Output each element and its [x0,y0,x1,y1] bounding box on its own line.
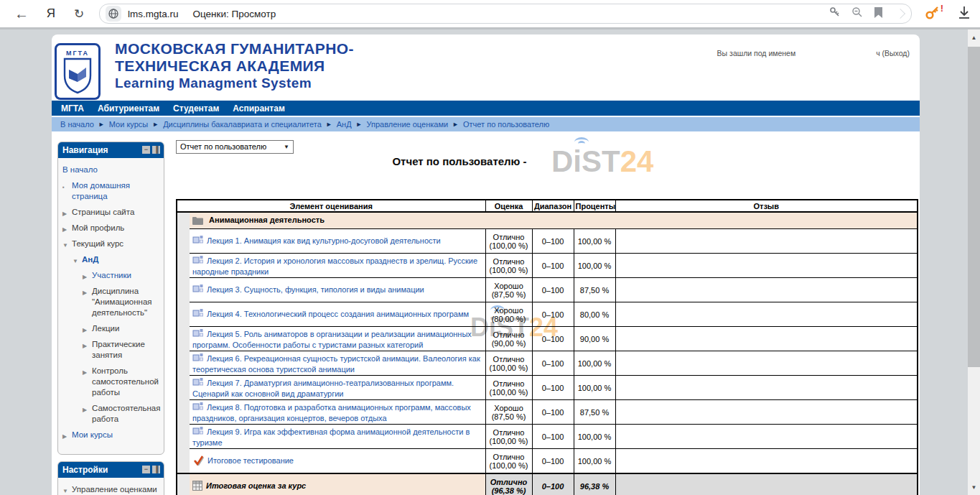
grade-item-link[interactable]: Лекция 2. История и хронология массовых … [192,256,477,276]
chevron-right-icon[interactable]: ▶ [83,325,87,336]
scrollbar-thumb[interactable] [968,47,980,367]
sidebar-item-current-course[interactable]: Текущий курс [72,239,123,248]
sidebar-item-control[interactable]: Контроль самостоятельной работы [92,366,159,397]
chevron-right-icon[interactable]: ▶ [83,341,87,351]
nav-item-abiturientam[interactable]: Абитуриентам [98,103,159,114]
breadcrumb-course[interactable]: АнД [337,120,352,129]
chevron-right-icon[interactable]: ▶ [83,272,87,282]
lesson-icon [192,235,203,247]
browser-toolbar: ← Я ↻ lms.mgta.ru Оценки: Просмотр ! [0,0,980,29]
settings-block-title: Настройки [62,465,108,475]
feedback-cell [615,229,918,254]
grade-item-link[interactable]: Лекция 5. Роль аниматоров в организации … [192,330,472,349]
sidebar-item-self-work[interactable]: Самостоятельная работа [92,404,160,423]
table-row: Итоговое тестирование Отлично(100,00 %) … [177,449,918,474]
page-background: МГТА МОСКОВСКАЯ ГУМАНИТАРНО- ТЕХНИЧЕСКАЯ… [0,29,980,495]
main-content: Отчет по пользователю ▼ Отчет по пользов… [172,131,920,495]
collapse-block-icon[interactable]: − [142,466,150,473]
feedback-cell [615,400,918,425]
grade-item-link[interactable]: Лекция 6. Рекреационная сущность туристс… [192,354,480,374]
feedback-cell [615,278,918,302]
logout-link[interactable]: ч (Выход) [876,49,910,57]
calculator-icon [192,481,202,492]
password-key-icon[interactable] [829,6,841,21]
report-title: Отчет по пользователю - [172,155,747,167]
nav-item-studentam[interactable]: Студентам [173,103,219,114]
sidebar-item-my-courses[interactable]: Мои курсы [72,430,113,439]
settings-block: Настройки − ▐ ▼Управление оценками Обзор… [57,461,164,495]
lesson-icon [192,328,203,341]
table-header-row: Элемент оценивания Оценка Диапазон Проце… [177,200,918,212]
breadcrumb-user-report[interactable]: Отчет по пользователю [463,120,549,129]
nav-item-mgta[interactable]: МГТА [61,103,84,114]
url-domain[interactable]: lms.mgta.ru [128,9,179,19]
folder-icon [192,216,203,226]
download-icon[interactable] [958,6,971,22]
sidebar-item-home[interactable]: В начало [62,165,98,174]
breadcrumb-separator-icon: ► [452,121,459,128]
grade-item-link[interactable]: Лекция 1. Анимация как вид культурно-дос… [207,236,441,245]
chevron-down-icon[interactable]: ▼ [62,486,68,495]
chevron-right-icon[interactable]: ▶ [83,367,87,378]
breadcrumb-grade-admin[interactable]: Управление оценками [367,120,449,129]
vertical-scrollbar[interactable]: ▲ ▼ [968,29,980,495]
grade-item-link[interactable]: Итоговое тестирование [207,456,294,465]
sidebar-item-my-profile[interactable]: Мой профиль [72,223,124,232]
chevron-right-icon[interactable]: ▶ [83,404,87,415]
breadcrumb-separator-icon: ► [98,121,105,128]
breadcrumb-my-courses[interactable]: Мои курсы [109,120,148,129]
sidebar-item-participants[interactable]: Участники [92,271,131,279]
feedback-cell [615,473,918,495]
grade-item-link[interactable]: Лекция 4. Технологический процесс создан… [207,310,469,318]
mgta-logo[interactable]: МГТА [55,43,101,100]
dock-block-icon[interactable]: ▐ [152,466,160,473]
yandex-browser-icon[interactable]: Я [40,0,62,27]
chevron-down-icon[interactable]: ▼ [62,240,68,251]
lesson-icon [192,353,203,365]
refresh-icon[interactable]: ↻ [67,0,90,27]
scroll-down-icon[interactable]: ▼ [968,481,980,494]
chevron-right-icon[interactable]: ▶ [62,208,67,219]
report-type-select[interactable]: Отчет по пользователю ▼ [176,140,294,154]
scroll-up-icon[interactable]: ▲ [968,31,980,44]
zoom-out-icon[interactable] [851,6,863,21]
sidebar-item-and-course[interactable]: АнД [82,255,98,264]
quiz-check-icon [192,455,204,467]
address-bar[interactable]: lms.mgta.ru Оценки: Просмотр [99,4,912,24]
breadcrumb-home[interactable]: В начало [60,120,94,129]
sidebar-item-lectures[interactable]: Лекции [92,324,119,333]
grade-item-link[interactable]: Лекция 9. Игра как эффективная форма ани… [192,427,470,447]
col-header-range: Диапазон [532,200,574,212]
nav-item-aspirantam[interactable]: Аспирантам [233,103,285,114]
chevron-down-icon[interactable]: ▼ [73,256,78,267]
sidebar-item-site-pages[interactable]: Страницы сайта [72,208,134,216]
sidebar-item-my-home[interactable]: Моя домашняя страница [72,181,130,200]
collapse-block-icon[interactable]: − [142,146,150,154]
navigation-block: Навигация − ▐ В начало ▪Моя домашняя стр… [57,142,164,455]
toolbar-extensions: ! [925,0,971,27]
chevron-divider-icon [895,9,905,19]
grade-item-link[interactable]: Лекция 7. Драматургия анимационно-театра… [192,379,454,398]
site-header: МГТА МОСКОВСКАЯ ГУМАНИТАРНО- ТЕХНИЧЕСКАЯ… [52,34,920,101]
site-title-line1: МОСКОВСКАЯ ГУМАНИТАРНО- [115,40,354,57]
chevron-right-icon[interactable]: ▶ [62,224,67,235]
lesson-icon [192,255,203,267]
bookmark-icon[interactable] [874,7,883,21]
chevron-right-icon[interactable]: ▶ [62,431,67,442]
sidebar-item-discipline[interactable]: Дисциплина "Анимационная деятельность" [92,287,152,317]
password-alert-extension-icon[interactable]: ! [925,5,941,23]
breadcrumb-disciplines[interactable]: Дисциплины бакалавриата и специалитета [163,120,322,129]
feedback-cell [615,254,918,278]
top-navbar: МГТА Абитуриентам Студентам Аспирантам [52,101,920,116]
grade-item-link[interactable]: Лекция 3. Сущность, функция, типология и… [207,285,424,294]
sidebar-item-practice[interactable]: Практические занятия [92,340,145,359]
dock-block-icon[interactable]: ▐ [152,146,160,154]
grade-item-link[interactable]: Лекция 8. Подготовка и разработка анимац… [192,403,471,422]
feedback-cell [615,376,918,400]
table-row: Лекция 5. Роль аниматоров в организации … [177,327,918,351]
lesson-icon [192,402,203,414]
sidebar-item-grade-admin[interactable]: Управление оценками [72,485,157,494]
back-icon[interactable]: ← [10,0,33,27]
lesson-icon [192,426,203,438]
chevron-right-icon[interactable]: ▶ [83,287,87,298]
